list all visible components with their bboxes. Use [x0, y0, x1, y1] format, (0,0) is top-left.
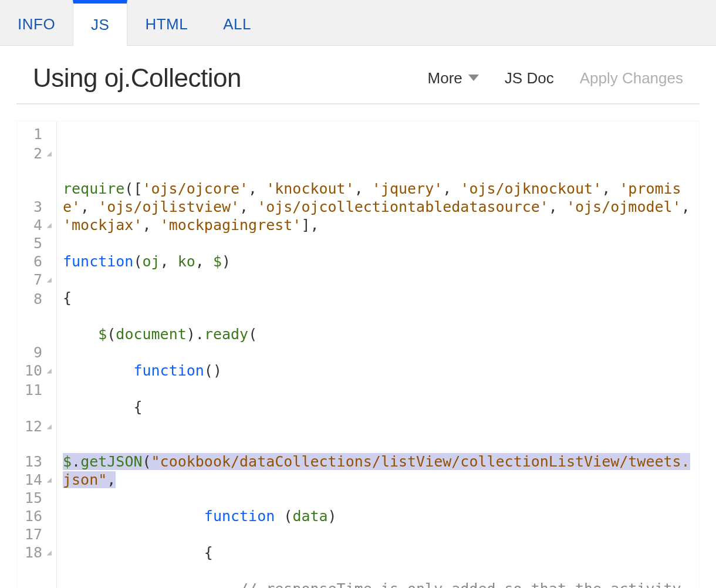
- code-line: require(['ojs/ojcore', 'knockout', 'jque…: [63, 180, 694, 234]
- line-number: 1: [33, 125, 42, 143]
- line-number: 3: [33, 198, 42, 216]
- line-number: 2: [33, 144, 42, 163]
- jsdoc-link[interactable]: JS Doc: [505, 69, 554, 87]
- tab-bar: INFO JS HTML ALL: [0, 0, 716, 46]
- tab-info[interactable]: INFO: [0, 0, 73, 45]
- line-number: 15: [25, 489, 42, 507]
- fold-icon[interactable]: ◢: [45, 216, 52, 234]
- line-number: 17: [25, 525, 42, 543]
- line-number: 13: [25, 452, 42, 471]
- svg-marker-0: [468, 75, 479, 81]
- fold-icon[interactable]: ◢: [45, 271, 52, 289]
- line-number: 9: [33, 343, 42, 361]
- apply-changes-button: Apply Changes: [580, 69, 683, 87]
- code-line: function(oj, ko, $): [63, 252, 694, 271]
- more-label: More: [428, 69, 462, 87]
- gutter: 1 2◢ 3 4◢ 5 6 7◢ 8 9 10◢ 11 12◢ 13 14◢ 1…: [17, 121, 57, 588]
- line-number: 18: [25, 543, 42, 562]
- fold-icon[interactable]: ◢: [45, 471, 52, 489]
- code-line: [63, 143, 694, 161]
- line-number: 12: [25, 417, 42, 435]
- tab-all[interactable]: ALL: [205, 0, 269, 45]
- tab-html[interactable]: HTML: [127, 0, 205, 45]
- fold-icon[interactable]: ◢: [45, 417, 52, 435]
- line-number: 7: [33, 271, 42, 289]
- fold-icon[interactable]: ◢: [45, 543, 52, 562]
- line-number: 8: [33, 290, 42, 308]
- line-number: 16: [25, 507, 42, 525]
- code-line: {: [63, 543, 694, 562]
- fold-icon[interactable]: ◢: [45, 361, 52, 380]
- chevron-down-icon: [468, 75, 479, 82]
- code-editor[interactable]: 1 2◢ 3 4◢ 5 6 7◢ 8 9 10◢ 11 12◢ 13 14◢ 1…: [16, 121, 700, 588]
- code-line: $.getJSON("cookbook/dataCollections/list…: [63, 434, 694, 489]
- code-line: $(document).ready(: [63, 325, 694, 343]
- code-line: {: [63, 398, 694, 416]
- line-number: 6: [33, 252, 42, 271]
- line-number: 11: [25, 381, 42, 399]
- header-actions: More JS Doc Apply Changes: [428, 69, 683, 87]
- line-number: 5: [33, 234, 42, 252]
- code-line: function(): [63, 361, 694, 380]
- line-number: 4: [33, 216, 42, 234]
- fold-icon[interactable]: ◢: [45, 144, 52, 163]
- code-line: function (data): [63, 507, 694, 525]
- line-number: 14: [25, 471, 42, 489]
- code-area[interactable]: require(['ojs/ojcore', 'knockout', 'jque…: [57, 121, 699, 588]
- code-line: {: [63, 289, 694, 307]
- header-row: Using oj.Collection More JS Doc Apply Ch…: [16, 46, 700, 104]
- page-title: Using oj.Collection: [33, 63, 241, 93]
- line-number: 10: [25, 361, 42, 380]
- tab-js[interactable]: JS: [73, 0, 127, 46]
- more-dropdown[interactable]: More: [428, 69, 479, 87]
- code-line: // responseTime is only added so that th…: [63, 580, 694, 588]
